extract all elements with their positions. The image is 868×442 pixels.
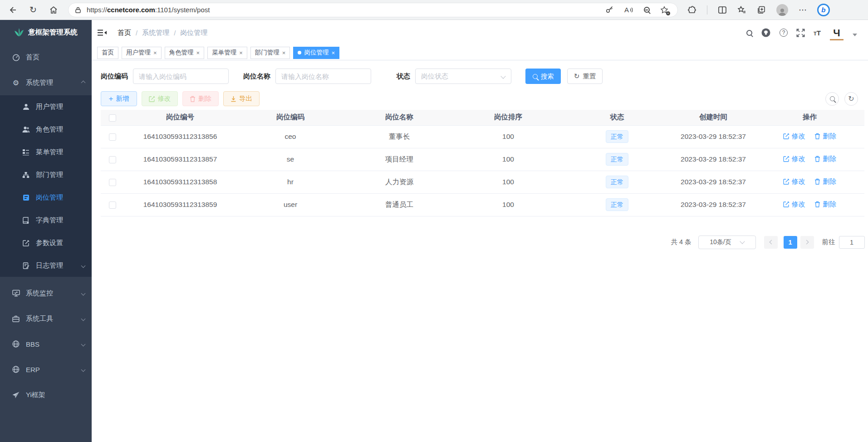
refresh-table-button[interactable]: ↻ — [844, 92, 858, 106]
key-icon[interactable] — [605, 5, 614, 14]
page-size-select[interactable]: 10条/页 — [698, 236, 756, 249]
chevron-down-icon — [500, 74, 505, 79]
table-row: 1641030593112313858 hr 人力资源 100 正常 2023-… — [101, 171, 864, 193]
zoom-out-icon[interactable] — [644, 7, 650, 13]
sidebar-fold-icon[interactable] — [98, 29, 107, 37]
collections-icon[interactable] — [737, 5, 746, 15]
sidebar-item-parameters[interactable]: 参数设置 — [0, 231, 92, 254]
sidebar-item-posts[interactable]: 岗位管理 — [0, 186, 92, 209]
refresh-icon: ↻ — [848, 95, 854, 103]
cell-post-sort: 100 — [454, 171, 563, 193]
close-icon[interactable]: × — [196, 49, 200, 56]
param-edit-icon — [21, 240, 31, 246]
address-bar[interactable]: https://ccnetcore.com:1101/system/post A… — [68, 3, 678, 17]
toggle-search-button[interactable] — [825, 92, 839, 106]
search-icon[interactable] — [746, 30, 752, 36]
app-logo[interactable]: 意框架管理系统 — [0, 20, 92, 44]
profile-icon[interactable] — [776, 4, 788, 16]
row-edit-link[interactable]: 修改 — [783, 132, 805, 141]
row-edit-link[interactable]: 修改 — [783, 200, 805, 209]
prev-page-button[interactable] — [764, 236, 778, 249]
chevron-left-icon — [769, 240, 774, 245]
more-icon[interactable]: ⋯ — [799, 6, 807, 14]
user-icon — [21, 103, 31, 110]
search-button[interactable]: 搜索 — [525, 69, 561, 84]
row-checkbox[interactable] — [109, 201, 116, 209]
lock-icon — [75, 6, 81, 14]
close-icon[interactable]: × — [239, 49, 243, 56]
select-all-checkbox[interactable] — [109, 114, 116, 122]
close-icon[interactable]: × — [331, 49, 335, 56]
add-button[interactable]: +新增 — [101, 91, 137, 106]
help-icon[interactable]: ? — [780, 29, 788, 37]
globe-icon — [11, 340, 21, 348]
row-checkbox[interactable] — [109, 179, 116, 186]
col-post-id: 岗位编号 — [124, 110, 236, 125]
tab-department-management[interactable]: 部门管理× — [250, 47, 290, 59]
sidebar-item-departments[interactable]: 部门管理 — [0, 163, 92, 186]
close-icon[interactable]: × — [153, 49, 157, 56]
tab-post-management[interactable]: 岗位管理× — [293, 47, 339, 59]
sidebar-item-users[interactable]: 用户管理 — [0, 95, 92, 118]
tab-user-management[interactable]: 用户管理× — [122, 47, 162, 59]
status-badge: 正常 — [606, 198, 628, 211]
extensions-icon[interactable] — [687, 5, 696, 15]
row-edit-link[interactable]: 修改 — [783, 155, 805, 163]
sidebar-item-tools[interactable]: 系统工具 — [0, 306, 92, 331]
sidebar-item-logs[interactable]: 日志管理 — [0, 254, 92, 277]
edit-button[interactable]: 修改 — [142, 91, 178, 106]
sidebar-item-erp[interactable]: ERP — [0, 357, 92, 382]
delete-button[interactable]: 删除 — [182, 91, 219, 106]
row-delete-link[interactable]: 删除 — [814, 155, 836, 163]
github-icon[interactable] — [761, 28, 771, 38]
font-size-icon[interactable]: TT — [814, 29, 821, 37]
breadcrumb-home[interactable]: 首页 — [118, 29, 131, 37]
cell-post-code: ceo — [236, 125, 345, 148]
row-checkbox[interactable] — [109, 133, 116, 141]
fullscreen-icon[interactable] — [796, 29, 805, 37]
close-icon[interactable]: × — [282, 49, 286, 56]
table-row: 1641030593112313859 user 普通员工 100 正常 202… — [101, 193, 864, 216]
post-badge-icon — [21, 194, 31, 201]
goto-page-input[interactable] — [839, 236, 865, 249]
page-number-1[interactable]: 1 — [784, 236, 797, 249]
refresh-icon[interactable]: ↻ — [29, 5, 37, 14]
url-text[interactable]: https://ccnetcore.com:1101/system/post — [87, 6, 605, 14]
sidebar-item-roles[interactable]: 角色管理 — [0, 118, 92, 141]
back-icon[interactable] — [8, 5, 17, 15]
sidebar-item-system[interactable]: ⚙ 系统管理 — [0, 70, 92, 95]
export-button[interactable]: 导出 — [223, 91, 260, 106]
reset-button[interactable]: ↻重置 — [567, 69, 603, 84]
yi-logo[interactable]: Ч — [829, 25, 844, 40]
split-screen-icon[interactable] — [718, 5, 727, 15]
favorite-star-icon[interactable]: + — [660, 6, 668, 14]
row-delete-link[interactable]: 删除 — [814, 132, 836, 141]
sidebar-item-menus[interactable]: 菜单管理 — [0, 141, 92, 163]
filter-form: 岗位编码 岗位名称 状态 岗位状态 搜索 ↻重置 — [101, 69, 868, 84]
row-delete-link[interactable]: 删除 — [814, 200, 836, 209]
row-checkbox[interactable] — [109, 156, 116, 163]
sidebar-item-dictionary[interactable]: 字典管理 — [0, 209, 92, 231]
dictionary-icon — [21, 217, 31, 224]
tab-home[interactable]: 首页 — [97, 47, 118, 59]
caret-down-icon[interactable] — [853, 34, 857, 36]
status-select[interactable]: 岗位状态 — [415, 69, 511, 84]
cell-post-name: 普通员工 — [345, 193, 454, 216]
post-name-input[interactable] — [275, 69, 371, 84]
bing-icon[interactable]: b — [817, 4, 830, 16]
row-delete-link[interactable]: 删除 — [814, 177, 836, 186]
globe-icon — [11, 366, 21, 373]
next-page-button[interactable] — [800, 236, 814, 249]
sidebar-item-home[interactable]: 首页 — [0, 44, 92, 70]
tab-actions-icon[interactable] — [757, 5, 766, 15]
row-edit-link[interactable]: 修改 — [783, 177, 805, 186]
sidebar-item-yi-framework[interactable]: Yi框架 — [0, 382, 92, 408]
tab-menu-management[interactable]: 菜单管理× — [207, 47, 247, 59]
edit-icon — [149, 96, 155, 102]
home-icon[interactable] — [49, 5, 58, 15]
sidebar-item-monitor[interactable]: 系统监控 — [0, 280, 92, 306]
tab-role-management[interactable]: 角色管理× — [165, 47, 205, 59]
read-aloud-icon[interactable]: A — [624, 6, 633, 14]
sidebar-item-bbs[interactable]: BBS — [0, 331, 92, 357]
post-code-input[interactable] — [133, 69, 229, 84]
